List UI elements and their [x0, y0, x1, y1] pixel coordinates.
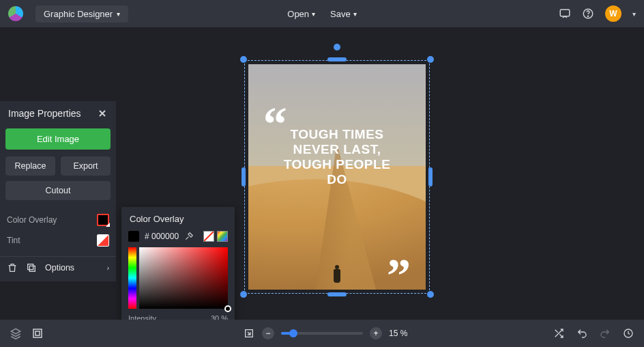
bottom-left-controls: [10, 327, 44, 339]
panel-title: Image Properties: [8, 108, 81, 119]
tint-swatch[interactable]: [97, 234, 109, 247]
zoom-value: 15 %: [389, 329, 407, 338]
svg-rect-5: [33, 329, 42, 337]
color-picker: [128, 247, 228, 309]
tint-row: Tint: [0, 230, 116, 251]
app-logo-icon[interactable]: [8, 6, 23, 21]
svg-rect-0: [560, 10, 570, 16]
color-overlay-row: Color Overlay: [0, 210, 116, 230]
top-bar: Graphic Designer ▾ Open ▾ Save ▾ W ▾: [0, 0, 644, 27]
sv-handle[interactable]: [224, 305, 231, 312]
trash-icon[interactable]: [7, 262, 18, 273]
hex-value[interactable]: # 000000: [145, 232, 179, 241]
fit-screen-icon[interactable]: [243, 327, 255, 339]
saturation-value-field[interactable]: [139, 247, 228, 309]
chevron-down-icon: ▾: [353, 10, 357, 18]
color-overlay-swatch[interactable]: [97, 214, 109, 226]
chevron-down-icon[interactable]: ▾: [632, 10, 636, 18]
duplicate-icon[interactable]: [26, 262, 37, 273]
top-right-controls: W ▾: [559, 5, 636, 22]
chevron-right-icon[interactable]: ›: [107, 264, 109, 272]
chevron-down-icon: ▾: [117, 10, 120, 18]
save-menu[interactable]: Save ▾: [330, 9, 357, 19]
color-overlay-label: Color Overlay: [7, 215, 57, 225]
redo-icon[interactable]: [599, 327, 611, 339]
svg-rect-3: [29, 266, 35, 271]
layers-icon[interactable]: [10, 327, 22, 339]
color-overlay-popover: Color Overlay # 000000 Intensity 30 %: [121, 207, 235, 334]
resize-handle-tr[interactable]: [427, 56, 434, 63]
chat-icon[interactable]: [559, 8, 571, 20]
resize-handle-bl[interactable]: [240, 291, 247, 298]
history-icon[interactable]: [622, 327, 634, 339]
image-properties-panel: Image Properties Edit Image Replace Expo…: [0, 101, 116, 281]
resize-handle-br[interactable]: [427, 291, 434, 298]
selected-artboard[interactable]: ” ” TOUGH TIMES NEVER LAST, TOUGH PEOPLE…: [244, 60, 430, 294]
resize-handle-top[interactable]: [327, 57, 347, 61]
user-avatar[interactable]: W: [605, 5, 621, 22]
save-label: Save: [330, 9, 351, 19]
resize-handle-bottom[interactable]: [327, 292, 347, 296]
options-label[interactable]: Options: [45, 263, 99, 273]
rainbow-swatch[interactable]: [217, 231, 228, 242]
rotate-handle[interactable]: [334, 44, 340, 51]
bottom-bar: − + 15 %: [0, 320, 644, 347]
hue-slider[interactable]: [128, 247, 136, 309]
zoom-slider[interactable]: [281, 332, 363, 335]
resize-handle-left[interactable]: [241, 167, 246, 186]
edit-image-button[interactable]: Edit Image: [5, 128, 111, 150]
help-icon[interactable]: [582, 8, 594, 20]
export-button[interactable]: Export: [61, 156, 111, 176]
zoom-controls: − + 15 %: [243, 327, 407, 339]
svg-rect-6: [35, 331, 40, 335]
panel-header: Image Properties: [0, 101, 116, 126]
open-label: Open: [287, 9, 309, 19]
mode-label: Graphic Designer: [44, 9, 113, 19]
chevron-down-icon: ▾: [312, 10, 315, 18]
bottom-right-controls: [553, 327, 634, 339]
mode-switcher[interactable]: Graphic Designer ▾: [35, 5, 128, 23]
replace-button[interactable]: Replace: [5, 156, 55, 176]
svg-rect-4: [28, 264, 33, 270]
hex-row: # 000000: [121, 231, 235, 247]
current-color-chip[interactable]: [128, 231, 139, 242]
tint-label: Tint: [7, 236, 20, 245]
open-menu[interactable]: Open ▾: [287, 9, 315, 19]
zoom-in-button[interactable]: +: [370, 327, 382, 339]
panel-footer: Options ›: [0, 256, 116, 275]
artboard-icon[interactable]: [31, 327, 44, 339]
overlay-property-list: Color Overlay Tint: [0, 208, 116, 252]
resize-handle-right[interactable]: [428, 167, 433, 186]
close-icon[interactable]: [97, 108, 108, 119]
svg-point-2: [587, 16, 588, 16]
undo-icon[interactable]: [576, 327, 588, 339]
cutout-button[interactable]: Cutout: [5, 181, 111, 200]
zoom-out-button[interactable]: −: [262, 327, 274, 339]
shuffle-icon[interactable]: [553, 327, 565, 339]
selection-outline: [244, 60, 430, 294]
avatar-letter: W: [609, 9, 617, 18]
popover-title: Color Overlay: [121, 207, 235, 231]
top-center-menu: Open ▾ Save ▾: [287, 9, 356, 19]
zoom-thumb[interactable]: [289, 329, 297, 337]
resize-handle-tl[interactable]: [240, 56, 247, 63]
eyedropper-icon[interactable]: [184, 232, 194, 241]
no-color-swatch[interactable]: [203, 231, 214, 242]
